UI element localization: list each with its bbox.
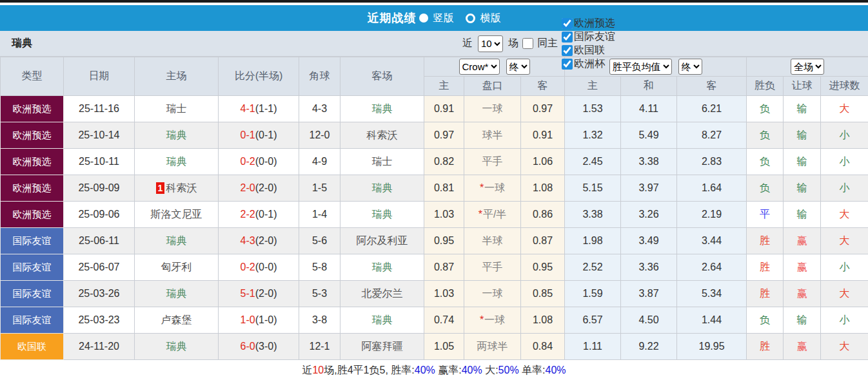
- competition-filter: 国际友谊: [560, 30, 615, 44]
- score-cell: 0-2(0-0): [219, 149, 299, 175]
- odds-draw-cell: 3.38: [621, 149, 677, 175]
- radio-vertical-label[interactable]: 竖版: [433, 12, 454, 25]
- handicap-company-select[interactable]: Crow*: [459, 59, 500, 75]
- score-cell: 0-2(0-0): [219, 254, 299, 281]
- handicap-line-cell: *平/半: [464, 202, 521, 228]
- odds-away-cell: 2.64: [677, 254, 747, 281]
- handicap-line-label: 平手: [482, 261, 503, 272]
- table-row: 欧洲预选25-10-14瑞典0-1(0-1)12-0科索沃0.97球半0.911…: [1, 122, 868, 149]
- subcol-odds-draw: 和: [621, 77, 677, 96]
- handicap-result-cell: 赢: [784, 228, 821, 254]
- team-label: 瑞典: [372, 209, 393, 220]
- handicap-line-label: 球半: [482, 129, 503, 140]
- team-label: 斯洛文尼亚: [151, 209, 202, 220]
- halftime-score: (0-1): [255, 129, 277, 140]
- same-home-checkbox[interactable]: [522, 38, 533, 49]
- handicap-away-odds-cell: 0.86: [521, 202, 565, 228]
- team-label: 瑞士: [166, 103, 187, 114]
- odds-home-cell: 6.57: [565, 307, 621, 334]
- away-team-cell: 瑞典: [340, 202, 424, 228]
- odds-company-select[interactable]: 胜平负均值: [609, 59, 672, 75]
- handicap-line-label: 一球: [482, 288, 503, 299]
- handicap-line-cell: *一球: [464, 307, 521, 334]
- subcol-odds-away: 客: [677, 77, 747, 96]
- summary-segment: 大:: [482, 365, 498, 375]
- handicap-away-odds-cell: 0.95: [521, 254, 565, 281]
- team-label: 瑞典: [372, 103, 393, 114]
- halftime-score: (1-0): [255, 314, 277, 325]
- corner-cell: 12-1: [299, 334, 340, 360]
- odds-away-cell: 8.27: [677, 122, 747, 149]
- handicap-home-odds-cell: 0.87: [424, 254, 464, 281]
- odds-draw-cell: 9.22: [621, 334, 677, 360]
- competition-checkbox[interactable]: [562, 32, 573, 43]
- page-title: 近期战绩: [368, 10, 417, 26]
- handicap-home-odds-cell: 1.03: [424, 281, 464, 307]
- handicap-result-cell: 输: [784, 175, 821, 202]
- team-name: 瑞典: [0, 37, 32, 50]
- goals-result-cell: 大: [821, 281, 868, 307]
- rank-badge: 1: [156, 182, 165, 194]
- halftime-score: (2-0): [255, 288, 277, 299]
- handicap-home-odds-cell: 0.81: [424, 175, 464, 202]
- handicap-result-cell: 赢: [784, 334, 821, 360]
- corner-cell: 1-5: [299, 175, 340, 202]
- handicap-result-cell: 输: [784, 202, 821, 228]
- col-header-corner: 角球: [299, 57, 340, 96]
- score-cell: 2-0(2-0): [219, 175, 299, 202]
- odds-home-cell: 1.11: [565, 334, 621, 360]
- col-header-score: 比分(半场): [219, 57, 299, 96]
- goals-result-cell: 大: [821, 334, 868, 360]
- summary-segment: 赢率:: [435, 365, 462, 375]
- odds-home-cell: 1.59: [565, 281, 621, 307]
- competition-label: 国际友谊: [574, 30, 615, 44]
- col-header-away: 客场: [340, 57, 424, 96]
- handicap-line-label: 两球半: [477, 341, 508, 352]
- radio-selected-icon[interactable]: [419, 14, 428, 23]
- away-team-cell: 北爱尔兰: [340, 281, 424, 307]
- handicap-line-cell: 两球半: [464, 334, 521, 360]
- odds-draw-cell: 3.87: [621, 281, 677, 307]
- handicap-home-odds-cell: 1.05: [424, 334, 464, 360]
- type-cell: 欧洲预选: [1, 149, 64, 175]
- odds-time-select[interactable]: 终: [678, 59, 702, 75]
- date-cell: 25-10-11: [64, 149, 135, 175]
- recent-count-select[interactable]: 10: [478, 35, 503, 52]
- handicap-home-odds-cell: 0.74: [424, 307, 464, 334]
- table-row: 欧国联24-11-20瑞典6-0(3-0)12-1阿塞拜疆1.05两球半0.84…: [1, 334, 868, 360]
- odds-away-cell: 6.21: [677, 96, 747, 122]
- handicap-home-odds-cell: 0.95: [424, 228, 464, 254]
- home-team-cell: 瑞典: [135, 228, 219, 254]
- result-cell: 负: [747, 307, 784, 334]
- away-team-cell: 瑞典: [340, 254, 424, 281]
- date-cell: 25-06-11: [64, 228, 135, 254]
- competition-checkbox[interactable]: [562, 45, 573, 56]
- date-cell: 25-10-14: [64, 122, 135, 149]
- goals-result-cell: 大: [821, 202, 868, 228]
- date-cell: 25-03-26: [64, 281, 135, 307]
- odds-home-cell: 2.52: [565, 254, 621, 281]
- competition-label: 欧洲杯: [574, 57, 605, 71]
- table-row: 欧洲预选25-10-11瑞典0-2(0-0)4-9瑞士0.82平手1.062.4…: [1, 149, 868, 175]
- corner-cell: 12-0: [299, 122, 340, 149]
- type-cell: 国际友谊: [1, 281, 64, 307]
- competition-checkbox[interactable]: [562, 59, 573, 70]
- results-table: 类型 日期 主场 比分(半场) 角球 客场 Crow*终 胜平负均值终 全场 主…: [0, 57, 868, 360]
- recent-results-panel: 近期战绩 竖版 横版 瑞典 近 10 场 同主 欧洲预选国际友谊欧国联欧洲杯: [0, 0, 868, 380]
- handicap-time-select[interactable]: 终: [506, 59, 530, 75]
- games-label: 场: [508, 37, 518, 50]
- col-header-home: 主场: [135, 57, 219, 96]
- home-team-cell: 瑞典: [135, 149, 219, 175]
- team-label: 瑞典: [372, 261, 393, 272]
- scope-select[interactable]: 全场: [791, 59, 824, 75]
- handicap-away-odds-cell: 0.91: [521, 122, 565, 149]
- fulltime-score: 0-2: [241, 156, 255, 167]
- score-cell: 4-3(2-0): [219, 228, 299, 254]
- subcol-handicap-result: 让球: [784, 77, 821, 96]
- live-handicap-star: *: [478, 209, 482, 220]
- handicap-line-cell: 半球: [464, 228, 521, 254]
- handicap-line-label: 平手: [482, 156, 503, 167]
- goals-result-cell: 大: [821, 228, 868, 254]
- competition-checkbox[interactable]: [562, 18, 573, 29]
- competition-label: 欧国联: [574, 44, 605, 57]
